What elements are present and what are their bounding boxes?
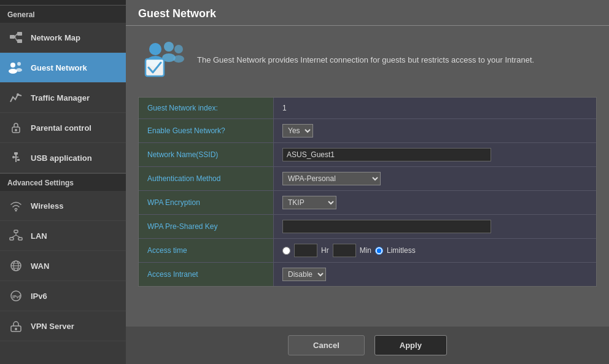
access-time-controls: Hr Min Limitless: [282, 244, 416, 257]
sidebar-item-usb-application[interactable]: USB application: [0, 143, 126, 173]
svg-rect-16: [17, 159, 20, 161]
form-row-guest-network-index: Guest Network index: 1: [139, 98, 596, 119]
access-time-manual-radio[interactable]: [282, 247, 290, 255]
sidebar-item-wireless[interactable]: Wireless: [0, 191, 126, 221]
svg-point-17: [15, 210, 17, 212]
sidebar-item-guest-network[interactable]: Guest Network: [0, 53, 126, 83]
wpa-encryption-label: WPA Encryption: [139, 191, 274, 214]
svg-point-33: [149, 43, 161, 55]
lan-icon: [7, 227, 25, 244]
guest-network-icon: [7, 59, 25, 76]
svg-line-22: [12, 235, 16, 238]
access-intranet-label: Access Intranet: [139, 263, 274, 286]
wpa-key-label: WPA Pre-Shared Key: [139, 215, 274, 238]
wpa-encryption-select[interactable]: TKIP AES TKIP+AES: [282, 196, 336, 209]
form-row-wpa-encryption: WPA Encryption TKIP AES TKIP+AES: [139, 191, 596, 215]
form-row-access-time: Access time Hr Min Limitless: [139, 239, 596, 263]
sidebar-item-lan-label: LAN: [31, 231, 47, 241]
limitless-label: Limitless: [387, 246, 416, 255]
guest-network-index-value: 1: [274, 98, 596, 118]
guest-network-index-text: 1: [282, 104, 287, 112]
access-intranet-select[interactable]: Disable Enable: [282, 268, 326, 281]
wpa-key-value: [274, 215, 596, 238]
advanced-settings-label: Advanced Settings: [0, 173, 126, 191]
network-name-value: [274, 143, 596, 166]
svg-point-6: [17, 62, 21, 66]
svg-rect-20: [18, 238, 22, 240]
sidebar-item-usb-application-label: USB application: [31, 153, 92, 163]
svg-point-35: [164, 42, 174, 52]
access-time-hr-input[interactable]: [294, 244, 317, 257]
top-bar: [0, 0, 126, 5]
wpa-encryption-value: TKIP AES TKIP+AES: [274, 191, 596, 214]
svg-point-11: [15, 129, 17, 131]
sidebar-item-vpn-server-label: VPN Server: [31, 322, 74, 331]
sidebar-item-parental-control[interactable]: Parental control: [0, 113, 126, 143]
enable-guest-network-label: Enable Guest Network?: [139, 119, 274, 142]
svg-point-37: [174, 45, 183, 53]
usb-icon: [7, 149, 25, 166]
general-section-label: General: [0, 5, 126, 23]
auth-method-value: WPA-Personal WPA2-Personal Open System: [274, 167, 596, 190]
sidebar-item-wan[interactable]: WAN: [0, 251, 126, 281]
traffic-manager-icon: [7, 89, 25, 106]
description-block: The Guest Network provides Internet conn…: [138, 36, 597, 85]
form-row-access-intranet: Access Intranet Disable Enable: [139, 263, 596, 286]
ipv6-icon: IPv6: [7, 287, 25, 304]
svg-point-7: [9, 69, 17, 74]
enable-guest-network-select[interactable]: Yes No: [282, 124, 313, 137]
sidebar-item-lan[interactable]: LAN: [0, 221, 126, 251]
form-container: Guest Network index: 1 Enable Guest Netw…: [138, 97, 597, 287]
hr-label: Hr: [321, 246, 329, 255]
svg-point-9: [17, 93, 19, 96]
access-time-label: Access time: [139, 239, 274, 262]
cancel-button[interactable]: Cancel: [288, 335, 365, 355]
svg-rect-2: [17, 39, 22, 43]
sidebar-item-wireless-label: Wireless: [31, 201, 63, 211]
svg-point-32: [15, 328, 17, 330]
description-text: The Guest Network provides Internet conn…: [197, 54, 534, 66]
sidebar-item-wan-label: WAN: [31, 261, 49, 271]
sidebar-item-guest-network-label: Guest Network: [31, 63, 87, 72]
sidebar: General Network Map Guest Network: [0, 0, 126, 364]
svg-line-4: [15, 37, 17, 41]
network-name-label: Network Name(SSID): [139, 143, 274, 166]
svg-rect-0: [10, 35, 15, 39]
sidebar-item-ipv6-label: IPv6: [31, 292, 47, 301]
access-intranet-value: Disable Enable: [274, 263, 596, 286]
network-name-input[interactable]: [282, 148, 491, 161]
vpn-icon: [7, 317, 25, 335]
page-header: Guest Network: [126, 0, 609, 26]
svg-text:IPv6: IPv6: [12, 295, 21, 299]
sidebar-item-ipv6[interactable]: IPv6 IPv6: [0, 281, 126, 311]
button-bar: Cancel Apply: [126, 327, 609, 364]
wpa-key-input[interactable]: [282, 220, 491, 233]
sidebar-item-traffic-manager[interactable]: Traffic Manager: [0, 83, 126, 113]
access-time-value: Hr Min Limitless: [274, 239, 596, 262]
svg-line-3: [15, 34, 17, 37]
access-time-limitless-radio[interactable]: [375, 247, 383, 255]
sidebar-item-parental-control-label: Parental control: [31, 123, 91, 133]
sidebar-item-network-map[interactable]: Network Map: [0, 23, 126, 53]
form-row-network-name: Network Name(SSID): [139, 143, 596, 167]
svg-rect-18: [14, 230, 18, 233]
sidebar-item-vpn-server[interactable]: VPN Server: [0, 311, 126, 341]
min-label: Min: [360, 246, 371, 255]
wireless-icon: [7, 197, 25, 214]
auth-method-select[interactable]: WPA-Personal WPA2-Personal Open System: [282, 172, 381, 185]
access-time-min-input[interactable]: [333, 244, 356, 257]
svg-line-23: [16, 235, 20, 238]
svg-rect-12: [14, 152, 18, 155]
sidebar-item-network-map-label: Network Map: [31, 33, 80, 42]
auth-method-label: Authentication Method: [139, 167, 274, 190]
form-row-auth-method: Authentication Method WPA-Personal WPA2-…: [139, 167, 596, 191]
svg-rect-19: [10, 238, 14, 240]
network-map-icon: [7, 29, 25, 46]
form-row-wpa-key: WPA Pre-Shared Key: [139, 215, 596, 239]
guest-network-hero-icon: [138, 36, 187, 85]
apply-button[interactable]: Apply: [374, 335, 447, 355]
form-row-enable-guest-network: Enable Guest Network? Yes No: [139, 119, 596, 143]
guest-network-index-label: Guest Network index:: [139, 98, 274, 118]
sidebar-item-traffic-manager-label: Traffic Manager: [31, 93, 90, 103]
svg-rect-1: [17, 32, 22, 36]
